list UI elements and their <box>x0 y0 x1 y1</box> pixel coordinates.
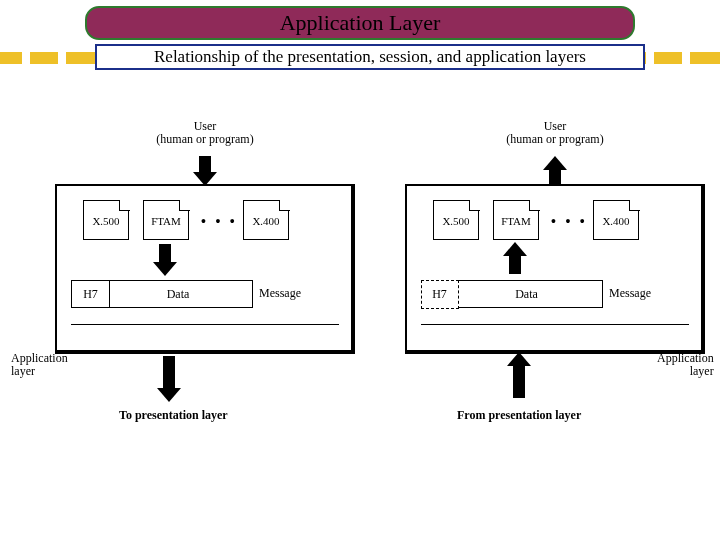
packet-data: Data <box>110 281 246 307</box>
stripe-segment <box>0 52 22 64</box>
stripe-segment <box>30 52 58 64</box>
arrow-down-icon <box>159 244 171 264</box>
side-label-line1: Application <box>11 351 68 365</box>
protocol-box-x400: X.400 <box>593 200 639 240</box>
ellipsis-icon: • • • <box>551 214 588 230</box>
side-label-application-layer: Application layer <box>657 352 714 378</box>
diagram-receiver: User (human or program) X.500 FTAM • • •… <box>405 120 705 354</box>
packet-data: Data <box>459 281 595 307</box>
arrow-up-icon <box>509 254 521 274</box>
title-banner: Application Layer <box>85 6 635 40</box>
message-label: Message <box>259 286 301 301</box>
user-label: User (human or program) <box>55 120 355 146</box>
arrow-down-icon <box>163 356 175 390</box>
user-subtext: (human or program) <box>506 132 603 146</box>
arrow-up-icon <box>513 364 525 398</box>
arrow-down-icon <box>199 156 211 174</box>
bottom-label-to-presentation: To presentation layer <box>119 408 228 423</box>
side-label-line1: Application <box>657 351 714 365</box>
side-label-line2: layer <box>11 364 35 378</box>
user-text: User <box>544 119 567 133</box>
packet-box: H7Data <box>71 280 253 308</box>
application-layer-box: X.500 FTAM • • • X.400 H7Data Message <box>405 184 705 354</box>
protocol-box-ftam: FTAM <box>143 200 189 240</box>
arrow-up-icon <box>549 168 561 186</box>
bottom-label-from-presentation: From presentation layer <box>457 408 581 423</box>
packet-box: H7Data <box>421 280 603 308</box>
user-subtext: (human or program) <box>156 132 253 146</box>
protocol-box-x500: X.500 <box>83 200 129 240</box>
packet-header: H7 <box>72 281 110 307</box>
ellipsis-icon: • • • <box>201 214 238 230</box>
packet-header: H7 <box>421 280 459 309</box>
protocol-box-x400: X.400 <box>243 200 289 240</box>
protocol-box-ftam: FTAM <box>493 200 539 240</box>
side-label-application-layer: Application layer <box>11 352 68 378</box>
user-text: User <box>194 119 217 133</box>
separator-line <box>71 324 339 325</box>
user-label: User (human or program) <box>405 120 705 146</box>
subtitle-banner: Relationship of the presentation, sessio… <box>95 44 645 70</box>
message-label: Message <box>609 286 651 301</box>
protocol-box-x500: X.500 <box>433 200 479 240</box>
diagram-sender: User (human or program) X.500 FTAM • • •… <box>55 120 355 354</box>
separator-line <box>421 324 689 325</box>
side-label-line2: layer <box>690 364 714 378</box>
application-layer-box: X.500 FTAM • • • X.400 H7Data Message <box>55 184 355 354</box>
stripe-segment <box>654 52 682 64</box>
stripe-segment <box>690 52 720 64</box>
